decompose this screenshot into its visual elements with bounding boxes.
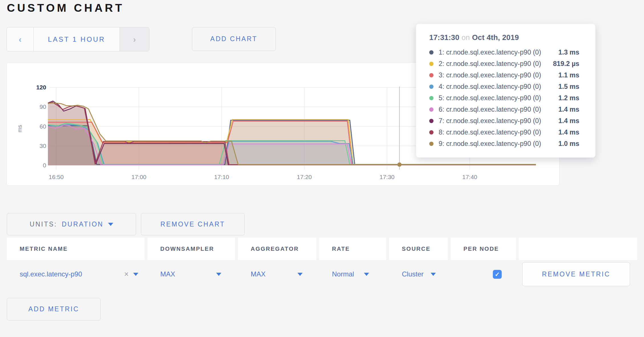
series-value: 819.2 µs xyxy=(553,60,579,68)
add-chart-button[interactable]: ADD CHART xyxy=(192,27,276,51)
per-node-cell: ✓ xyxy=(451,270,516,279)
close-icon[interactable]: × xyxy=(124,270,129,278)
column-header-aggregator: AGGREGATOR xyxy=(238,238,316,260)
chevron-down-icon xyxy=(364,273,369,276)
tooltip-series-row: 5: cr.node.sql.exec.latency-p90 (0) 1.2 … xyxy=(429,92,579,104)
tooltip-conjunction: on xyxy=(461,33,470,42)
metric-row: sql.exec.latency-p90 × MAX MAX Normal Cl… xyxy=(7,260,637,288)
series-color-dot xyxy=(429,142,434,146)
aggregator-select[interactable]: MAX xyxy=(238,270,316,278)
remove-metric-button[interactable]: REMOVE METRIC xyxy=(522,262,630,286)
y-tick-label: 120 xyxy=(36,84,46,91)
rate-value: Normal xyxy=(332,270,354,278)
series-value: 1.4 ms xyxy=(558,129,579,136)
series-value: 1.3 ms xyxy=(558,49,579,56)
column-header-metric-name: METRIC NAME xyxy=(7,238,145,260)
series-label: 3: cr.node.sql.exec.latency-p90 (0) xyxy=(439,71,558,79)
time-next-button[interactable]: › xyxy=(120,27,149,51)
x-tick-label: 17:30 xyxy=(380,174,395,180)
time-range-button[interactable]: LAST 1 HOUR xyxy=(34,27,120,51)
units-value: DURATION xyxy=(62,220,103,228)
series-label: 6: cr.node.sql.exec.latency-p90 (0) xyxy=(439,106,558,113)
series-color-dot xyxy=(429,96,434,100)
checkmark-icon: ✓ xyxy=(495,271,500,277)
series-color-dot xyxy=(429,119,434,123)
y-axis-unit-label: ms xyxy=(17,125,23,133)
series-color-dot xyxy=(429,62,434,66)
series-label: 5: cr.node.sql.exec.latency-p90 (0) xyxy=(439,94,558,102)
chevron-down-icon xyxy=(108,223,113,226)
tooltip-timestamp: 17:31:30 on Oct 4th, 2019 xyxy=(429,33,579,42)
metric-name-cell: sql.exec.latency-p90 × xyxy=(7,270,145,278)
chart-tooltip: 17:31:30 on Oct 4th, 2019 1: cr.node.sql… xyxy=(416,24,596,158)
time-prev-button[interactable]: ‹ xyxy=(7,27,34,51)
tooltip-series-row: 3: cr.node.sql.exec.latency-p90 (0) 1.1 … xyxy=(429,69,579,81)
add-metric-button[interactable]: ADD METRIC xyxy=(7,298,101,320)
metrics-table-header: METRIC NAME DOWNSAMPLER AGGREGATOR RATE … xyxy=(7,238,637,260)
tooltip-series-row: 2: cr.node.sql.exec.latency-p90 (0) 819.… xyxy=(429,58,579,69)
chevron-down-icon xyxy=(297,273,303,276)
x-tick-label: 17:10 xyxy=(214,174,229,180)
per-node-checkbox[interactable]: ✓ xyxy=(493,270,502,279)
tooltip-series-row: 6: cr.node.sql.exec.latency-p90 (0) 1.4 … xyxy=(429,104,579,115)
series-color-dot xyxy=(429,85,434,89)
y-tick-label: 60 xyxy=(40,123,46,130)
series-label: 2: cr.node.sql.exec.latency-p90 (0) xyxy=(439,60,553,68)
tooltip-series-row: 8: cr.node.sql.exec.latency-p90 (0) 1.4 … xyxy=(429,127,579,138)
units-label: UNITS: xyxy=(30,220,57,228)
series-color-dot xyxy=(429,130,434,135)
chevron-down-icon xyxy=(431,273,436,276)
tooltip-series-row: 7: cr.node.sql.exec.latency-p90 (0) 1.4 … xyxy=(429,115,579,127)
series-color-dot xyxy=(429,73,434,77)
time-range-label: LAST 1 HOUR xyxy=(48,35,105,43)
x-tick-label: 17:40 xyxy=(462,174,477,180)
series-color-dot xyxy=(429,107,434,112)
x-tick-label: 16:50 xyxy=(49,174,64,180)
series-label: 7: cr.node.sql.exec.latency-p90 (0) xyxy=(439,117,558,125)
tooltip-series-row: 1: cr.node.sql.exec.latency-p90 (0) 1.3 … xyxy=(429,47,579,58)
page-title: CUSTOM CHART xyxy=(7,2,124,14)
y-tick-label: 90 xyxy=(40,103,46,110)
column-header-rate: RATE xyxy=(319,238,386,260)
column-header-source: SOURCE xyxy=(389,238,448,260)
chevron-left-icon: ‹ xyxy=(19,35,22,44)
metric-name[interactable]: sql.exec.latency-p90 xyxy=(20,270,82,278)
downsampler-select[interactable]: MAX xyxy=(147,270,235,278)
rate-select[interactable]: Normal xyxy=(319,270,386,278)
series-value: 1.5 ms xyxy=(558,83,579,91)
series-label: 1: cr.node.sql.exec.latency-p90 (0) xyxy=(439,49,558,56)
series-label: 9: cr.node.sql.exec.latency-p90 (0) xyxy=(439,140,558,148)
units-dropdown[interactable]: UNITS: DURATION xyxy=(7,213,136,235)
series-color-dot xyxy=(429,50,434,55)
tooltip-date: Oct 4th, 2019 xyxy=(472,33,519,42)
source-select[interactable]: Cluster xyxy=(389,270,448,278)
tooltip-series-row: 4: cr.node.sql.exec.latency-p90 (0) 1.5 … xyxy=(429,81,579,92)
remove-chart-button[interactable]: REMOVE CHART xyxy=(141,213,245,235)
downsampler-value: MAX xyxy=(160,270,175,278)
crosshair-dot xyxy=(397,163,402,167)
column-header-per-node: PER NODE xyxy=(451,238,516,260)
column-header-downsampler: DOWNSAMPLER xyxy=(147,238,235,260)
series-label: 4: cr.node.sql.exec.latency-p90 (0) xyxy=(439,83,558,91)
metric-actions-cell: REMOVE METRIC xyxy=(519,262,637,286)
tooltip-time: 17:31:30 xyxy=(429,33,459,42)
series-value: 1.1 ms xyxy=(558,71,579,79)
chevron-down-icon xyxy=(216,273,221,276)
chevron-down-icon[interactable] xyxy=(133,273,138,276)
series-value: 1.4 ms xyxy=(558,106,579,113)
aggregator-value: MAX xyxy=(251,270,266,278)
source-value: Cluster xyxy=(402,270,424,278)
time-range-selector: ‹ LAST 1 HOUR › xyxy=(7,27,149,51)
tooltip-series-row: 9: cr.node.sql.exec.latency-p90 (0) 1.0 … xyxy=(429,138,579,149)
series-label: 8: cr.node.sql.exec.latency-p90 (0) xyxy=(439,129,558,136)
column-header-actions xyxy=(519,238,637,260)
x-tick-label: 17:00 xyxy=(131,174,147,180)
series-value: 1.4 ms xyxy=(558,117,579,125)
series-value: 1.2 ms xyxy=(558,94,579,102)
x-tick-label: 17:20 xyxy=(297,174,312,180)
series-value: 1.0 ms xyxy=(558,140,579,148)
y-tick-label: 0 xyxy=(43,162,46,168)
y-tick-label: 30 xyxy=(40,143,46,149)
chevron-right-icon: › xyxy=(133,35,136,44)
